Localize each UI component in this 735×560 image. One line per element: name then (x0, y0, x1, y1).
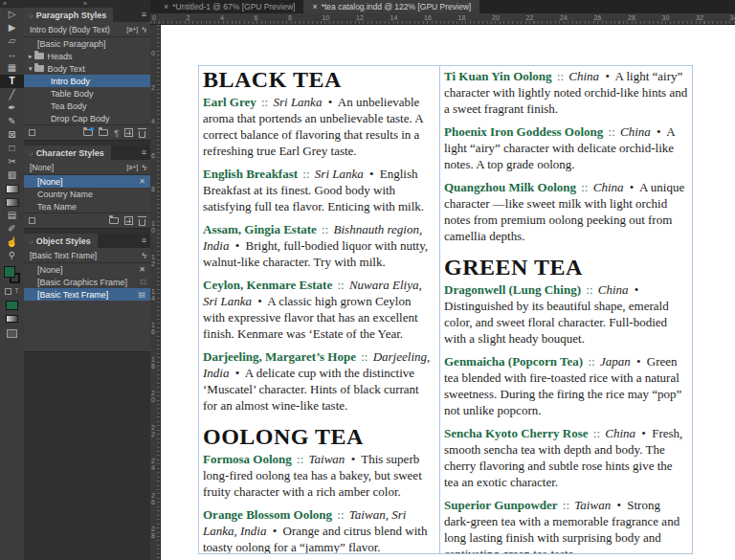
line-tool-icon[interactable]: ╱ (0, 88, 24, 101)
apply-color-button[interactable] (6, 301, 18, 310)
style-override-icon[interactable]: [a+] (126, 26, 138, 33)
gradient-swatch-tool-icon[interactable] (0, 182, 24, 195)
fill-swatch[interactable] (4, 266, 15, 278)
paragraph-style-row[interactable]: Table Body (24, 87, 150, 100)
panel-menu-icon[interactable]: ≡ (142, 234, 150, 248)
ruler-number: 28 (628, 13, 662, 23)
paragraph-style-row[interactable]: Drop Cap Body (24, 112, 150, 124)
ruler-number: 16 (424, 13, 458, 23)
separator-bullet: • (235, 238, 240, 253)
paragraph-style-row[interactable]: ▸ Heads (24, 50, 150, 62)
paragraph-style-row[interactable]: Tea Body (24, 100, 150, 112)
gradient-feather-tool-icon[interactable] (0, 195, 24, 209)
style-name: [Basic Paragraph] (37, 39, 106, 49)
left-text-frame[interactable]: BLACK TEA Earl Grey :: Sri Lanka • An un… (198, 65, 440, 554)
create-new-style-icon[interactable] (124, 216, 133, 225)
style-group-icon[interactable] (109, 217, 119, 224)
close-icon[interactable]: × (312, 2, 317, 11)
new-style-group-icon[interactable] (83, 129, 93, 136)
close-icon[interactable]: × (164, 2, 168, 11)
separator-colons: :: (297, 452, 303, 466)
redefine-style-icon[interactable]: ¶ (114, 125, 119, 141)
tab-label: *tea catalog.indd @ 122% [GPU Preview] (322, 2, 472, 11)
section-heading-oolong-tea: OOLONG TEA (203, 425, 435, 449)
character-style-row[interactable]: Tea Name (24, 200, 150, 213)
separator-bullet: • (635, 282, 639, 297)
character-style-row[interactable]: [None] ✕ (24, 175, 150, 188)
ruler-number: 2 (151, 84, 156, 119)
hand-tool-icon[interactable]: ☝ (0, 235, 24, 249)
formatting-affects-container-icon[interactable] (5, 288, 11, 295)
eyedropper-tool-icon[interactable]: ✐ (0, 222, 24, 235)
ruler-number: 20 (492, 13, 526, 23)
object-style-row[interactable]: [Basic Text Frame] ▤ (24, 288, 150, 301)
rectangle-tool-icon[interactable]: □ (0, 142, 24, 155)
style-override-icon[interactable]: [a+] (126, 164, 138, 170)
horizontal-ruler[interactable]: 0246810121416182022242628303234 (150, 13, 735, 25)
content-collector-tool-icon[interactable]: ▦ (0, 61, 24, 75)
separator-bullet: • (235, 366, 240, 380)
gap-tool-icon[interactable]: ↔ (0, 48, 24, 61)
tea-name: Genmaicha (Popcorn Tea) (444, 354, 583, 369)
panel-menu-icon[interactable]: ≡ (142, 8, 150, 22)
style-group-icon[interactable] (99, 129, 108, 136)
create-new-style-icon[interactable] (124, 128, 133, 137)
zoom-tool-icon[interactable]: ⚲ (0, 249, 24, 262)
panel-menu-icon[interactable]: ≡ (142, 146, 150, 160)
tea-name: Superior Gunpowder (444, 498, 558, 512)
fill-stroke-swatches[interactable] (4, 266, 21, 284)
direct-selection-tool-icon[interactable]: ▶ (0, 21, 24, 34)
frame-tool-icon[interactable]: ⊠ (0, 128, 24, 142)
pen-tool-icon[interactable]: ✒ (0, 101, 24, 115)
override-highlighter-icon[interactable]: ϟ (142, 251, 146, 260)
separator-colons: :: (261, 95, 268, 109)
object-style-row[interactable]: [None] ✕ (24, 263, 150, 276)
separator-bullet: • (657, 124, 661, 139)
right-text-frame[interactable]: Ti Kuan Yin Oolong :: China • A light “a… (439, 65, 693, 554)
style-name: Drop Cap Body (51, 114, 110, 123)
override-highlighter-icon[interactable]: ϟ (142, 25, 146, 34)
document-tab[interactable]: × *tea catalog.indd @ 122% [GPU Preview] (303, 0, 479, 13)
tea-entry: Genmaicha (Popcorn Tea) :: Japan • Green… (444, 353, 688, 418)
page-tool-icon[interactable]: ▱ (0, 34, 24, 48)
object-style-row[interactable]: [Basic Graphics Frame] □ (24, 276, 150, 288)
scissors-tool-icon[interactable]: ✂ (0, 155, 24, 168)
vertical-ruler[interactable]: 024681012141618202224262830 (150, 25, 161, 560)
pencil-tool-icon[interactable]: ✎ (0, 115, 24, 128)
clear-overrides-icon[interactable] (29, 217, 35, 224)
tea-origin: Japan (600, 354, 631, 369)
document-tab[interactable]: × *Untitled-1 @ 67% [GPU Preview] (155, 0, 303, 13)
ruler-number: 10 (151, 220, 156, 255)
delete-style-icon[interactable] (139, 219, 145, 226)
tab-object-styles[interactable]: ◇ Object Styles (24, 234, 98, 248)
tea-name: Formosa Oolong (203, 452, 292, 466)
tab-character-styles[interactable]: ◇ Character Styles (24, 146, 111, 160)
paragraph-style-row[interactable]: [Basic Paragraph] (24, 37, 150, 50)
note-tool-icon[interactable]: ▤ (0, 209, 24, 222)
paragraph-style-row[interactable]: ▾ Body Text (24, 62, 150, 75)
ruler-number: 34 (730, 13, 735, 23)
override-highlighter-icon[interactable]: ϟ (142, 163, 146, 172)
tea-name: Phoenix Iron Goddess Oolong (444, 124, 603, 139)
formatting-affects-text-icon[interactable]: T (14, 287, 19, 295)
ruler-number: 0 (152, 13, 187, 23)
type-tool-icon[interactable]: T (0, 75, 24, 88)
free-transform-tool-icon[interactable]: ▧ (0, 168, 24, 182)
screen-mode-button[interactable] (7, 329, 17, 338)
tea-entry: Phoenix Iron Goddess Oolong :: China • A… (444, 123, 688, 172)
ruler-number: 14 (151, 288, 156, 323)
tab-paragraph-styles[interactable]: ◇ Paragraph Styles (24, 8, 113, 22)
character-style-row[interactable]: Country Name (24, 188, 150, 200)
paragraph-style-row[interactable]: Intro Body (24, 75, 150, 87)
selection-tool-icon[interactable]: ▷ (0, 8, 24, 21)
clear-overrides-icon[interactable] (29, 129, 35, 136)
collapse-dock-icon[interactable]: » (83, 0, 87, 7)
current-style-row: Intro Body (Body Text) [a+] ϟ (24, 22, 150, 37)
tea-origin: China (598, 282, 629, 297)
apply-gradient-button[interactable] (6, 315, 18, 323)
ruler-number: 28 (151, 526, 156, 560)
collapse-dock-icon[interactable]: » (3, 0, 7, 7)
tea-name: Earl Grey (203, 95, 256, 109)
delete-style-icon[interactable] (139, 131, 145, 138)
ruler-number: 18 (458, 13, 493, 23)
